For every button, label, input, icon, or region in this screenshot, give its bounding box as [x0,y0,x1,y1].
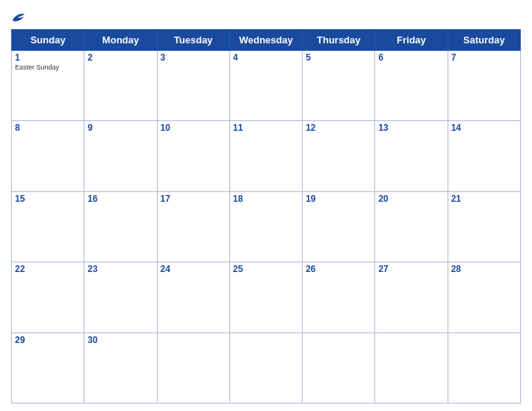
page-header [11,7,521,29]
calendar-cell: 11 [229,121,302,191]
day-number: 27 [378,264,444,274]
calendar-week-row: 2930 [12,333,521,403]
calendar-week-row: 891011121314 [12,121,521,191]
calendar-cell [375,333,448,403]
calendar-cell: 3 [157,51,229,121]
weekday-header-thursday: Thursday [303,30,375,51]
calendar-cell: 21 [448,191,520,262]
calendar-cell: 1Easter Sunday [12,51,84,121]
calendar-week-row: 22232425262728 [12,262,521,333]
calendar-cell: 29 [12,333,84,403]
day-number: 29 [15,335,81,345]
day-number: 28 [451,264,517,274]
calendar-cell: 26 [303,262,375,333]
day-number: 14 [451,123,517,133]
weekday-header-tuesday: Tuesday [157,30,229,51]
logo [11,11,28,23]
weekday-header-sunday: Sunday [12,30,84,51]
calendar-cell [157,333,229,403]
event-label: Easter Sunday [15,64,81,71]
day-number: 10 [161,123,226,133]
day-number: 20 [378,194,444,204]
calendar-cell [229,333,302,403]
weekday-header-row: SundayMondayTuesdayWednesdayThursdayFrid… [12,30,521,51]
day-number: 16 [87,194,153,204]
day-number: 12 [306,123,371,133]
calendar-cell: 15 [12,191,84,262]
logo-bird-icon [11,11,26,23]
day-number: 23 [87,264,153,274]
day-number: 25 [233,264,299,274]
calendar-cell: 30 [84,333,157,403]
day-number: 4 [233,52,299,63]
calendar-table: SundayMondayTuesdayWednesdayThursdayFrid… [11,29,521,404]
day-number: 30 [87,335,153,345]
weekday-header-saturday: Saturday [448,30,520,51]
weekday-header-wednesday: Wednesday [229,30,302,51]
day-number: 21 [451,194,517,204]
calendar-cell: 6 [375,51,448,121]
calendar-cell: 10 [157,121,229,191]
weekday-header-friday: Friday [375,30,448,51]
day-number: 5 [306,52,371,63]
day-number: 7 [451,52,517,63]
day-number: 11 [233,123,299,133]
day-number: 19 [306,194,371,204]
calendar-cell: 22 [12,262,84,333]
day-number: 2 [87,52,153,63]
calendar-cell: 27 [375,262,448,333]
calendar-cell: 7 [448,51,520,121]
calendar-cell: 16 [84,191,157,262]
calendar-cell: 13 [375,121,448,191]
calendar-cell: 20 [375,191,448,262]
calendar-cell: 14 [448,121,520,191]
weekday-header-monday: Monday [84,30,157,51]
day-number: 6 [378,52,444,63]
calendar-cell: 19 [303,191,375,262]
day-number: 9 [87,123,153,133]
day-number: 15 [15,194,81,204]
calendar-cell: 24 [157,262,229,333]
calendar-cell: 17 [157,191,229,262]
calendar-cell: 18 [229,191,302,262]
calendar-cell [448,333,520,403]
day-number: 18 [233,194,299,204]
day-number: 8 [15,123,81,133]
calendar-cell: 23 [84,262,157,333]
day-number: 24 [161,264,226,274]
day-number: 13 [378,123,444,133]
calendar-cell: 28 [448,262,520,333]
calendar-cell: 4 [229,51,302,121]
day-number: 26 [306,264,371,274]
calendar-cell: 9 [84,121,157,191]
calendar-cell: 2 [84,51,157,121]
day-number: 17 [161,194,226,204]
day-number: 22 [15,264,81,274]
calendar-cell: 25 [229,262,302,333]
logo-blue-text [11,11,28,23]
day-number: 1 [15,52,81,63]
calendar-week-row: 15161718192021 [12,191,521,262]
calendar-cell [303,333,375,403]
calendar-cell: 12 [303,121,375,191]
calendar-cell: 8 [12,121,84,191]
day-number: 3 [161,52,226,63]
calendar-cell: 5 [303,51,375,121]
calendar-week-row: 1Easter Sunday234567 [12,51,521,121]
